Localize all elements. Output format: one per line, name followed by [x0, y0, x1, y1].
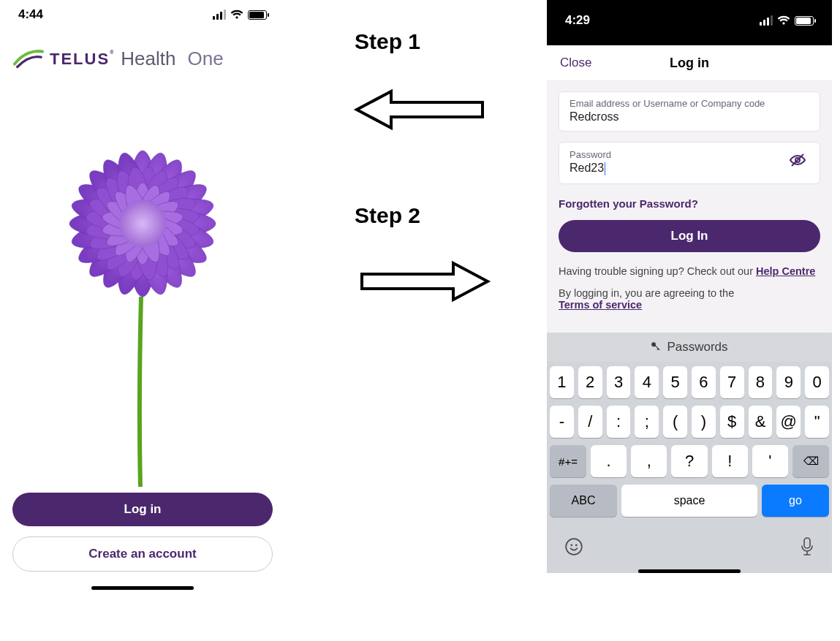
identifier-field[interactable]: Email address or Username or Company cod… — [559, 91, 820, 132]
identifier-label: Email address or Username or Company cod… — [570, 98, 809, 109]
key-7[interactable]: 7 — [720, 366, 744, 398]
key-1[interactable]: 1 — [550, 366, 574, 398]
help-text: Having trouble signing up? Check out our… — [559, 265, 820, 277]
wifi-icon — [230, 10, 243, 20]
login-button[interactable]: Log in — [12, 493, 273, 526]
keyboard-row-4: ABC space go — [550, 485, 829, 517]
telus-logo-icon — [13, 48, 44, 70]
key-3[interactable]: 3 — [607, 366, 631, 398]
key-go[interactable]: go — [762, 485, 829, 517]
key-apostrophe[interactable]: ' — [752, 445, 788, 477]
help-centre-link[interactable]: Help Centre — [756, 265, 815, 277]
key-dash[interactable]: - — [550, 406, 574, 438]
phone-left: 4:44 TELUS® Health One — [0, 0, 285, 629]
status-icons — [213, 10, 267, 20]
svg-point-38 — [575, 544, 578, 546]
home-indicator[interactable] — [638, 569, 741, 573]
key-2[interactable]: 2 — [578, 366, 602, 398]
key-semicolon[interactable]: ; — [635, 406, 659, 438]
brand-telus: TELUS® — [50, 50, 115, 69]
key-quote[interactable]: " — [805, 406, 829, 438]
cellular-signal-icon — [760, 15, 773, 26]
svg-point-36 — [566, 539, 582, 555]
keyboard-row-1: 1 2 3 4 5 6 7 8 9 0 — [550, 366, 829, 398]
keyboard-row-3: #+= . , ? ! ' ⌫ — [550, 445, 829, 477]
arrow-left-icon — [351, 84, 486, 135]
dictation-mic-icon[interactable] — [800, 537, 814, 561]
key-comma[interactable]: , — [631, 445, 667, 477]
key-dollar[interactable]: $ — [720, 406, 744, 438]
decorative-flower — [0, 77, 285, 487]
password-label: Password — [570, 149, 786, 160]
key-question[interactable]: ? — [671, 445, 707, 477]
key-abc[interactable]: ABC — [550, 485, 617, 517]
key-4[interactable]: 4 — [635, 366, 659, 398]
key-space[interactable]: space — [621, 485, 757, 517]
battery-icon — [795, 16, 814, 26]
key-paren-close[interactable]: ) — [692, 406, 716, 438]
cellular-signal-icon — [213, 10, 226, 20]
keyboard-row-2: - / : ; ( ) $ & @ " — [550, 406, 829, 438]
key-exclaim[interactable]: ! — [712, 445, 748, 477]
submit-login-button[interactable]: Log In — [559, 220, 820, 252]
status-icons — [760, 15, 814, 26]
svg-rect-39 — [804, 538, 810, 548]
key-slash[interactable]: / — [578, 406, 602, 438]
modal-title: Log in — [670, 56, 709, 71]
key-at[interactable]: @ — [776, 406, 801, 438]
toggle-password-visibility-icon[interactable] — [786, 148, 809, 176]
identifier-value[interactable]: Redcross — [570, 110, 809, 124]
key-8[interactable]: 8 — [749, 366, 773, 398]
login-form: Email address or Username or Company cod… — [547, 81, 832, 333]
keyboard: Passwords 1 2 3 4 5 6 7 8 9 0 - / : ; ( … — [547, 333, 832, 573]
create-account-button[interactable]: Create an account — [12, 536, 273, 572]
key-symbols-switch[interactable]: #+= — [550, 445, 586, 477]
key-period[interactable]: . — [591, 445, 627, 477]
key-amp[interactable]: & — [749, 406, 773, 438]
step-2-label: Step 2 — [355, 203, 420, 228]
home-indicator[interactable] — [91, 586, 194, 590]
close-button[interactable]: Close — [560, 56, 591, 70]
status-bar: 4:29 — [547, 0, 832, 41]
status-time: 4:29 — [565, 13, 590, 28]
key-9[interactable]: 9 — [776, 366, 801, 398]
password-field[interactable]: Password Red23 — [559, 142, 820, 184]
password-value[interactable]: Red23 — [570, 162, 786, 175]
status-time: 4:44 — [18, 7, 43, 22]
brand-registered-mark: ® — [110, 50, 115, 55]
emoji-icon[interactable] — [564, 537, 583, 561]
wifi-icon — [777, 15, 790, 26]
step-1-label: Step 1 — [355, 29, 420, 54]
key-icon — [651, 341, 661, 354]
keyboard-footer — [547, 530, 832, 565]
key-colon[interactable]: : — [607, 406, 631, 438]
tos-text: By logging in, you are agreeing to the T… — [559, 287, 820, 311]
brand-header: TELUS® Health One — [0, 26, 285, 77]
key-0[interactable]: 0 — [805, 366, 829, 398]
battery-icon — [248, 10, 267, 20]
phone-right: 4:29 Close Log in Email address or Usern… — [547, 0, 832, 629]
brand-one: One — [187, 48, 223, 70]
key-backspace[interactable]: ⌫ — [792, 445, 829, 477]
brand-health: Health — [121, 48, 175, 70]
keyboard-passwords-suggestion[interactable]: Passwords — [547, 333, 832, 362]
svg-point-37 — [570, 544, 572, 546]
modal-header: Close Log in — [547, 45, 832, 81]
key-6[interactable]: 6 — [692, 366, 716, 398]
terms-of-service-link[interactable]: Terms of service — [559, 299, 642, 311]
key-5[interactable]: 5 — [663, 366, 687, 398]
arrow-right-icon — [358, 256, 493, 307]
svg-point-33 — [119, 200, 166, 247]
key-paren-open[interactable]: ( — [663, 406, 687, 438]
forgot-password-link[interactable]: Forgotten your Password? — [559, 197, 698, 210]
status-bar: 4:44 — [0, 0, 285, 26]
